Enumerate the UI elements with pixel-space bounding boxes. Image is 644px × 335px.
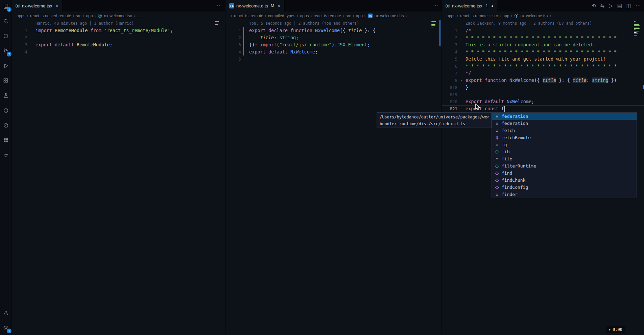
line-number[interactable]: 3 — [12, 41, 27, 48]
breadcrumb-item[interactable]: react-ts-remote — [460, 14, 487, 18]
gitlens-blame-icon[interactable]: ⟲ — [592, 3, 596, 9]
code-line[interactable]: 820export default NxWelcome; — [442, 98, 644, 105]
suggestion-item[interactable]: ≡finder — [492, 191, 637, 198]
code-line[interactable]: 1/* — [442, 27, 644, 34]
unsaved-changes-dot[interactable]: ● — [491, 4, 493, 8]
code-line[interactable]: 3export default RemoteModule; — [12, 41, 225, 48]
line-number[interactable]: 7 — [442, 70, 457, 77]
more-actions-icon[interactable]: ⋯ — [433, 3, 438, 9]
line-number[interactable]: 818 — [442, 84, 457, 91]
line-number[interactable]: 819 — [442, 91, 457, 98]
accounts-button[interactable] — [2, 309, 10, 317]
breadcrumb-item[interactable]: src — [76, 14, 81, 18]
code-line[interactable]: 6* * * * * * * * * * * * * * * * * * * *… — [442, 63, 644, 70]
more-actions-icon[interactable]: ⋯ — [217, 3, 222, 9]
code-line[interactable]: 5Delete this file and get started with y… — [442, 55, 644, 63]
code-line[interactable]: 2* * * * * * * * * * * * * * * * * * * *… — [442, 34, 644, 41]
breadcrumb-item[interactable]: nx-welcome.d.ts — [375, 14, 404, 18]
line-number[interactable]: 6 — [442, 63, 457, 70]
suggestion-item[interactable]: findChunk — [492, 177, 637, 184]
code-line[interactable]: 5 — [225, 55, 442, 63]
run-debug-button[interactable] — [2, 62, 10, 70]
history-button[interactable] — [2, 106, 10, 114]
breadcrumb-item[interactable]: compiled-types — [268, 14, 295, 18]
breadcrumb-item[interactable]: app — [356, 14, 363, 18]
line-number[interactable]: 820 — [442, 98, 457, 105]
tab-nx-welcome-dts[interactable]: nx-welcome.d.ts M × — [225, 0, 285, 12]
code-line[interactable]: 821export const f — [442, 105, 644, 112]
more-actions-icon[interactable]: ⋯ — [636, 3, 641, 9]
suggestion-item[interactable]: findConfig — [492, 184, 637, 191]
line-number[interactable]: 4 — [225, 48, 241, 55]
breadcrumb-item[interactable]: ... — [409, 14, 412, 18]
tab-nx-welcome-tsx-modified[interactable]: nx-welcome.tsx 1 ● — [442, 0, 497, 12]
breadcrumb-item[interactable]: react-ts-nested-remote — [30, 14, 71, 18]
editor-sash[interactable] — [439, 20, 440, 46]
breadcrumb-item[interactable]: react-ts-remote — [313, 14, 341, 18]
breadcrumb-item[interactable]: src — [346, 14, 351, 18]
more-tools-button[interactable] — [2, 151, 10, 159]
compass-button[interactable] — [2, 121, 10, 129]
line-number[interactable]: 3 — [225, 41, 241, 48]
line-number[interactable]: 5 — [442, 55, 457, 63]
line-number[interactable]: 1 — [12, 27, 27, 34]
minimap[interactable] — [634, 21, 643, 41]
editor-pane-2[interactable]: You, 5 seconds ago | 2 authors (You and … — [225, 20, 442, 335]
tab-nx-welcome-tsx[interactable]: nx-welcome.tsx × — [12, 0, 63, 12]
git-blame-annotation[interactable]: You, 5 seconds ago | 2 authors (You and … — [225, 20, 442, 27]
minimap[interactable] — [431, 21, 440, 41]
suggestion-item[interactable]: filterRuntime — [492, 162, 637, 170]
code-line[interactable]: 4 — [12, 48, 225, 55]
breadcrumb-item[interactable]: ... — [137, 14, 140, 18]
breadcrumb-item[interactable]: app — [502, 14, 509, 18]
code-line[interactable]: 7*/ — [442, 70, 644, 77]
breadcrumb-item[interactable]: src — [492, 14, 498, 18]
source-control-button[interactable]: 7 — [2, 47, 10, 55]
code-line[interactable]: 8›export function NxWelcome({ title }: {… — [442, 77, 644, 84]
breadcrumb-item[interactable]: app — [86, 14, 93, 18]
search-button[interactable] — [2, 17, 10, 25]
code-line[interactable]: 2 — [12, 34, 225, 41]
minimap[interactable] — [215, 21, 224, 41]
breadcrumb-item[interactable]: ... — [553, 14, 556, 18]
split-editor-icon[interactable]: ◫ — [626, 3, 631, 9]
code-line[interactable]: 1export declare function NxWelcome({ tit… — [225, 27, 442, 34]
git-blame-annotation[interactable]: Zack Jackson, 9 months ago | 2 authors (… — [442, 20, 644, 27]
suggestion-item[interactable]: ≡fg — [492, 141, 637, 148]
close-tab-icon[interactable]: × — [278, 3, 281, 9]
line-number[interactable]: 3 — [442, 41, 457, 48]
breadcrumb-item[interactable]: react_ts_remote — [234, 14, 263, 18]
breadcrumb-item[interactable]: nx-welcome.tsx — [104, 14, 132, 18]
breadcrumb-item[interactable]: apps — [300, 14, 309, 18]
code-line[interactable]: 4* * * * * * * * * * * * * * * * * * * *… — [442, 48, 644, 55]
suggestion-item[interactable]: ≡file — [492, 155, 637, 162]
suggestion-item[interactable]: fib — [492, 148, 637, 155]
line-number[interactable]: 4 — [442, 48, 457, 55]
settings-button[interactable]: 1 — [2, 323, 10, 332]
extensions-button[interactable] — [2, 76, 10, 85]
line-number[interactable]: 8 — [442, 77, 457, 84]
line-number[interactable]: 2 — [12, 34, 27, 41]
line-number[interactable]: 5 — [225, 55, 241, 63]
line-number[interactable]: 1 — [225, 27, 241, 34]
code-line[interactable]: 1import RemoteModule from 'react_ts_remo… — [12, 27, 225, 34]
code-line[interactable]: 2 title: string; — [225, 34, 442, 41]
close-tab-icon[interactable]: × — [56, 3, 59, 9]
explorer-button[interactable]: 1 — [2, 2, 10, 10]
code-line[interactable]: 819 — [442, 91, 644, 98]
line-number[interactable]: 4 — [12, 48, 27, 55]
suggestion-item[interactable]: ≡federation — [492, 120, 637, 127]
code-line[interactable]: 818} — [442, 84, 644, 91]
close-icon[interactable]: × — [487, 113, 490, 120]
line-number[interactable]: 2 — [442, 34, 457, 41]
fold-chevron-icon[interactable]: › — [457, 77, 466, 84]
recording-timer[interactable]: ● 0:00 — [606, 326, 625, 333]
compare-changes-icon[interactable]: ⇆ — [600, 3, 605, 9]
code-line[interactable]: 3This is a starter component and can be … — [442, 41, 644, 48]
line-number[interactable]: 1 — [442, 27, 457, 34]
code-line[interactable]: 4export default NxWelcome; — [225, 48, 442, 55]
chat-button[interactable] — [2, 32, 10, 40]
testing-button[interactable] — [2, 91, 10, 99]
line-number[interactable]: 821 — [442, 105, 457, 112]
breadcrumb-item[interactable]: apps — [17, 14, 25, 18]
